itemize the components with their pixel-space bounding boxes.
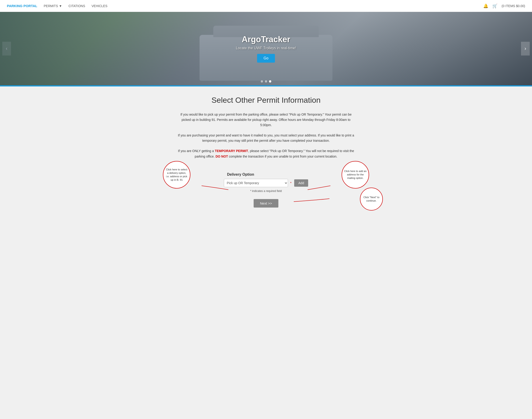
info-paragraph-2: If you are purchasing your permit and wa… bbox=[177, 133, 355, 143]
annotation-bubble-left: Click here to select a delivery option, … bbox=[163, 161, 190, 188]
required-note: * indicates a required field bbox=[250, 189, 282, 193]
cart-icon[interactable]: 🛒 bbox=[492, 3, 497, 9]
nav-link-permits[interactable]: PERMITS ▼ bbox=[44, 4, 62, 8]
annotation-bubble-right: Click here to add an address for the mai… bbox=[342, 161, 369, 188]
nav-bar: PARKING PORTAL PERMITS ▼ CITATIONS VEHIC… bbox=[0, 0, 532, 12]
info-p3-highlight1: TEMPORARY PERMIT bbox=[215, 149, 248, 153]
info-paragraph-3: If you are ONLY getting a TEMPORARY PERM… bbox=[177, 148, 355, 159]
nav-link-citations[interactable]: CITATIONS bbox=[69, 4, 85, 8]
delivery-select[interactable]: Pick up OR Temporary Mail to Address bbox=[224, 179, 288, 187]
cart-label[interactable]: (0 ITEMS $0.00) bbox=[502, 4, 525, 8]
slider-dot-3[interactable] bbox=[269, 80, 271, 83]
info-p3-pre: If you are ONLY getting a bbox=[178, 149, 215, 153]
info-p3-highlight2: DO NOT bbox=[216, 155, 228, 158]
hero-content: ArgoTracker Locate the UWF Trolleys in r… bbox=[0, 12, 532, 85]
next-button-wrapper: Next >> Click "Next" to continue. bbox=[167, 199, 365, 208]
annotation-bubble-next: Click "Next" to continue. bbox=[360, 188, 383, 210]
hero-slider: ‹ ArgoTracker Locate the UWF Trolleys in… bbox=[0, 12, 532, 85]
info-p3-post: complete the transaction if you are unab… bbox=[228, 155, 337, 158]
required-star: * bbox=[290, 181, 291, 185]
main-content: Select Other Permit Information If you w… bbox=[163, 86, 369, 221]
hero-go-button[interactable]: Go bbox=[257, 54, 275, 63]
nav-brand[interactable]: PARKING PORTAL bbox=[7, 4, 37, 8]
info-paragraph-1: If you would like to pick up your permit… bbox=[177, 112, 355, 128]
slider-next-button[interactable]: › bbox=[521, 42, 530, 55]
hero-subtitle: Locate the UWF Trolleys in real-time! bbox=[236, 46, 296, 50]
slider-dots bbox=[261, 80, 271, 83]
nav-link-vehicles[interactable]: VEHICLES bbox=[91, 4, 107, 8]
notification-icon[interactable]: 🔔 bbox=[483, 3, 488, 9]
next-button[interactable]: Next >> bbox=[254, 199, 279, 208]
delivery-option-label: Delivery Option bbox=[227, 172, 305, 177]
delivery-section: Click here to select a delivery option, … bbox=[167, 168, 365, 208]
slider-dot-2[interactable] bbox=[265, 80, 267, 83]
hero-title: ArgoTracker bbox=[242, 35, 290, 44]
delivery-wrapper: Click here to select a delivery option, … bbox=[167, 168, 365, 208]
slider-dot-1[interactable] bbox=[261, 80, 263, 83]
add-button[interactable]: Add bbox=[294, 179, 308, 187]
chevron-down-icon: ▼ bbox=[59, 4, 62, 8]
page-title: Select Other Permit Information bbox=[167, 96, 365, 105]
delivery-row: Pick up OR Temporary Mail to Address * A… bbox=[224, 179, 308, 187]
